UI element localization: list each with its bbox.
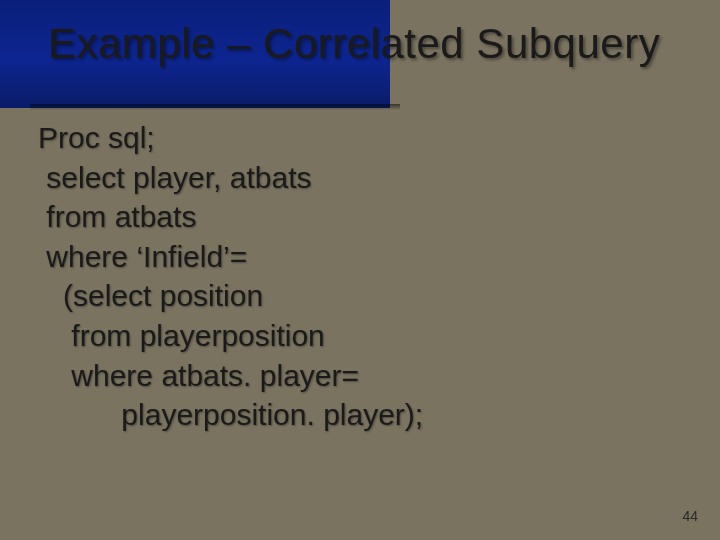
code-line: (select position bbox=[38, 276, 690, 316]
slide-title: Example – Correlated Subquery bbox=[48, 20, 700, 68]
slide-number: 44 bbox=[682, 508, 698, 524]
code-block: Proc sql; select player, atbats from atb… bbox=[38, 118, 690, 435]
code-line: from atbats bbox=[38, 197, 690, 237]
code-line: playerposition. player); bbox=[38, 395, 690, 435]
code-line: where atbats. player= bbox=[38, 356, 690, 396]
code-line: where ‘Infield’= bbox=[38, 237, 690, 277]
code-line: Proc sql; bbox=[38, 118, 690, 158]
code-line: select player, atbats bbox=[38, 158, 690, 198]
code-line: from playerposition bbox=[38, 316, 690, 356]
banner-shadow bbox=[30, 104, 400, 110]
